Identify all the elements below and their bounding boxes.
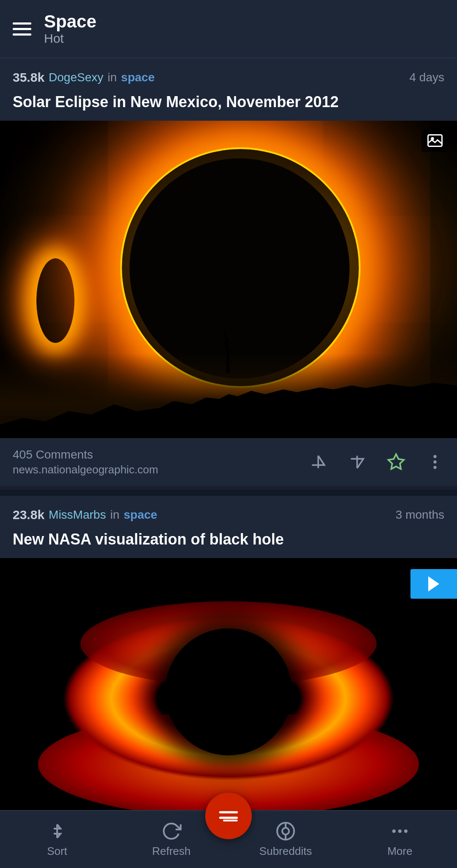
- play-triangle-icon: [428, 576, 439, 592]
- post-meta-left-2: 23.8k MissMarbs in space: [13, 508, 157, 522]
- nav-item-more[interactable]: More: [343, 821, 457, 858]
- solar-eclipse-image: [0, 121, 457, 438]
- nav-label-sort: Sort: [47, 845, 67, 858]
- menu-button[interactable]: [13, 22, 31, 36]
- upvote-button-1[interactable]: [309, 453, 328, 471]
- post-in-1: in: [107, 71, 117, 84]
- subreddits-icon: [275, 821, 296, 841]
- sort-mode: Hot: [44, 31, 96, 46]
- post-meta-1: 35.8k DogeSexy in space 4 days: [0, 58, 457, 89]
- svg-point-16: [392, 829, 396, 833]
- post-title-1[interactable]: Solar Eclipse in New Mexico, November 20…: [0, 89, 457, 121]
- downvote-button-1[interactable]: [348, 453, 366, 471]
- post-score-1: 35.8k: [13, 70, 44, 85]
- post-source-1[interactable]: news.nationalgeographic.com: [13, 463, 158, 476]
- nav-label-subreddits: Subreddits: [259, 845, 312, 858]
- svg-point-5: [433, 455, 436, 458]
- svg-point-17: [398, 829, 402, 833]
- post-actions-1: 405 Comments news.nationalgeographic.com: [0, 438, 457, 486]
- nav-label-more: More: [387, 845, 412, 858]
- post-action-buttons-1: [309, 453, 444, 471]
- post-meta-left-1: 35.8k DogeSexy in space: [13, 70, 154, 85]
- star-icon: [387, 453, 405, 471]
- sort-icon: [47, 821, 67, 841]
- post-comments-1[interactable]: 405 Comments: [13, 448, 158, 462]
- image-icon: [427, 134, 443, 147]
- post-subreddit-1[interactable]: space: [121, 71, 154, 84]
- post-time-2: 3 months: [396, 508, 444, 522]
- post-subreddit-2[interactable]: space: [124, 508, 157, 522]
- svg-point-13: [282, 828, 289, 835]
- post-author-1[interactable]: DogeSexy: [49, 71, 103, 84]
- eclipse-moon: [129, 158, 350, 379]
- subreddit-title: Space: [44, 12, 96, 31]
- svg-point-18: [404, 829, 407, 833]
- more-vertical-icon: [426, 453, 444, 471]
- svg-marker-4: [388, 454, 404, 469]
- header-title-area: Space Hot: [44, 12, 96, 46]
- post-meta-2: 23.8k MissMarbs in space 3 months: [0, 496, 457, 526]
- refresh-icon: [161, 821, 182, 841]
- image-type-badge: [421, 129, 449, 152]
- nav-label-refresh: Refresh: [152, 845, 190, 858]
- post-title-2[interactable]: New NASA visualization of black hole: [0, 526, 457, 558]
- downvote-icon: [348, 453, 366, 471]
- post-in-2: in: [110, 508, 119, 522]
- post-time-1: 4 days: [410, 71, 445, 84]
- post-author-2[interactable]: MissMarbs: [49, 508, 106, 522]
- fab-button[interactable]: [205, 793, 252, 839]
- play-button-overlay[interactable]: [410, 569, 457, 599]
- eclipse-crescent: [36, 258, 74, 343]
- post-score-2: 23.8k: [13, 508, 44, 522]
- more-horiz-icon: [390, 821, 410, 841]
- post-image-1[interactable]: [0, 121, 457, 438]
- svg-point-7: [433, 466, 436, 469]
- nav-item-sort[interactable]: Sort: [0, 821, 114, 858]
- svg-point-6: [433, 461, 436, 464]
- fab-icon: [217, 805, 240, 827]
- app-header: Space Hot: [0, 0, 457, 58]
- upvote-icon: [309, 453, 328, 471]
- star-button-1[interactable]: [387, 453, 405, 471]
- post-divider: [0, 490, 457, 496]
- post-comments-source-1: 405 Comments news.nationalgeographic.com: [13, 448, 158, 476]
- post-card-1: 35.8k DogeSexy in space 4 days Solar Ecl…: [0, 58, 457, 486]
- more-button-1[interactable]: [426, 453, 444, 471]
- black-hole-core: [165, 628, 292, 755]
